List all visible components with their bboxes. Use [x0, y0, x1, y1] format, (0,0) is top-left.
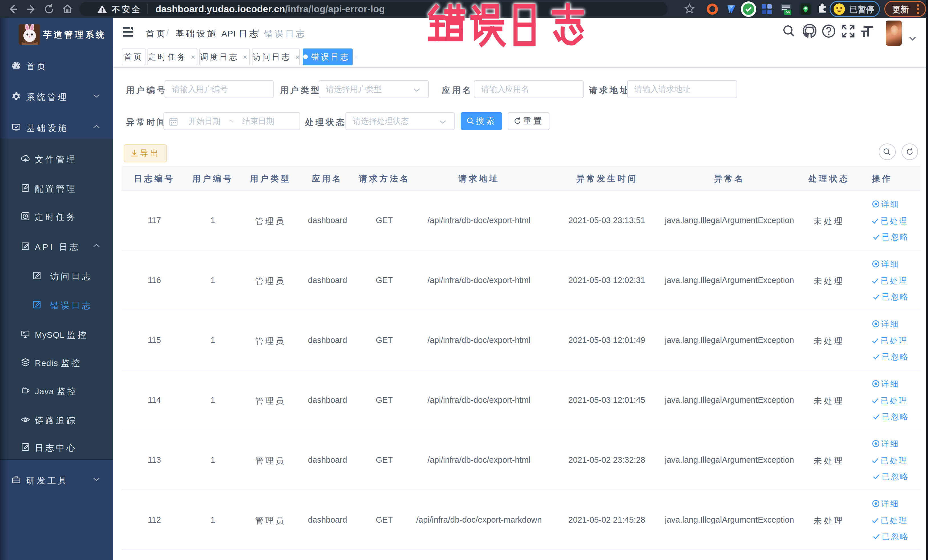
- svg-text:on: on: [786, 10, 790, 14]
